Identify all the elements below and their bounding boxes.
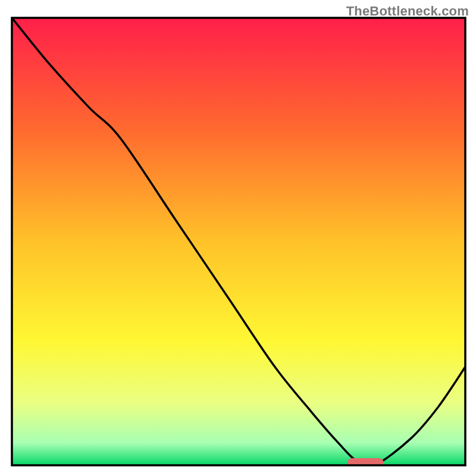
chart-background-gradient xyxy=(12,18,465,465)
watermark-text: TheBottleneck.com xyxy=(346,4,469,19)
bottleneck-chart xyxy=(0,0,476,476)
chart-container: TheBottleneck.com xyxy=(0,0,476,476)
